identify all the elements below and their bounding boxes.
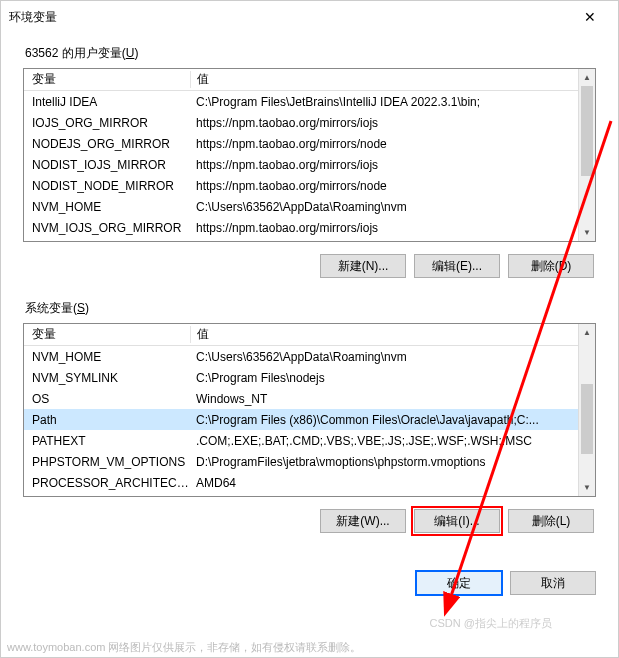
- system-edit-button[interactable]: 编辑(I)...: [414, 509, 500, 533]
- system-rows: NVM_HOMEC:\Users\63562\AppData\Roaming\n…: [24, 346, 595, 493]
- cell-variable: NVM_HOME: [24, 350, 190, 364]
- scroll-down-icon[interactable]: ▼: [579, 224, 595, 241]
- close-icon: ✕: [584, 9, 596, 25]
- system-variables-table[interactable]: 变量 值 NVM_HOMEC:\Users\63562\AppData\Roam…: [23, 323, 596, 497]
- cell-value: C:\Program Files (x86)\Common Files\Orac…: [190, 413, 595, 427]
- cell-value: .COM;.EXE;.BAT;.CMD;.VBS;.VBE;.JS;.JSE;.…: [190, 434, 595, 448]
- cell-variable: NODIST_IOJS_MIRROR: [24, 158, 190, 172]
- cell-variable: PHPSTORM_VM_OPTIONS: [24, 455, 190, 469]
- cell-value: Windows_NT: [190, 392, 595, 406]
- user-button-row: 新建(N)... 编辑(E)... 删除(D): [23, 242, 596, 286]
- table-row[interactable]: NODIST_NODE_MIRRORhttps://npm.taobao.org…: [24, 175, 595, 196]
- table-row[interactable]: OSWindows_NT: [24, 388, 595, 409]
- watermark-right: CSDN @指尖上的程序员: [430, 616, 552, 631]
- column-variable[interactable]: 变量: [24, 71, 190, 88]
- cell-value: https://npm.taobao.org/mirrors/node: [190, 179, 595, 193]
- system-new-button[interactable]: 新建(W)...: [320, 509, 406, 533]
- cell-value: https://npm.taobao.org/mirrors/iojs: [190, 158, 595, 172]
- cell-variable: IntelliJ IDEA: [24, 95, 190, 109]
- system-delete-button[interactable]: 删除(L): [508, 509, 594, 533]
- table-row[interactable]: PHPSTORM_VM_OPTIONSD:\ProgramFiles\jetbr…: [24, 451, 595, 472]
- cell-variable: Path: [24, 413, 190, 427]
- system-variables-group: 系统变量(S) 变量 值 NVM_HOMEC:\Users\63562\AppD…: [23, 300, 596, 541]
- cell-value: https://npm.taobao.org/mirrors/node: [190, 137, 595, 151]
- titlebar: 环境变量 ✕: [1, 1, 618, 33]
- table-row[interactable]: PROCESSOR_ARCHITECT...AMD64: [24, 472, 595, 493]
- close-button[interactable]: ✕: [570, 3, 610, 31]
- cell-value: D:\ProgramFiles\jetbra\vmoptions\phpstor…: [190, 455, 595, 469]
- user-variables-table[interactable]: 变量 值 IntelliJ IDEAC:\Program Files\JetBr…: [23, 68, 596, 242]
- table-row[interactable]: NVM_SYMLINKC:\Program Files\nodejs: [24, 367, 595, 388]
- cell-value: C:\Users\63562\AppData\Roaming\nvm: [190, 350, 595, 364]
- dialog-content: 63562 的用户变量(U) 变量 值 IntelliJ IDEAC:\Prog…: [1, 33, 618, 541]
- table-row[interactable]: IOJS_ORG_MIRRORhttps://npm.taobao.org/mi…: [24, 112, 595, 133]
- ok-button[interactable]: 确定: [416, 571, 502, 595]
- column-variable[interactable]: 变量: [24, 326, 190, 343]
- table-row[interactable]: NVM_HOMEC:\Users\63562\AppData\Roaming\n…: [24, 196, 595, 217]
- scroll-up-icon[interactable]: ▲: [579, 69, 595, 86]
- cell-value: C:\Program Files\nodejs: [190, 371, 595, 385]
- scroll-up-icon[interactable]: ▲: [579, 324, 595, 341]
- user-variables-group: 63562 的用户变量(U) 变量 值 IntelliJ IDEAC:\Prog…: [23, 45, 596, 286]
- scroll-thumb[interactable]: [581, 86, 593, 176]
- table-row[interactable]: NODEJS_ORG_MIRRORhttps://npm.taobao.org/…: [24, 133, 595, 154]
- table-header: 变量 值: [24, 324, 595, 346]
- table-row[interactable]: IntelliJ IDEAC:\Program Files\JetBrains\…: [24, 91, 595, 112]
- table-row[interactable]: NVM_HOMEC:\Users\63562\AppData\Roaming\n…: [24, 346, 595, 367]
- env-variables-dialog: 环境变量 ✕ 63562 的用户变量(U) 变量 值 IntelliJ IDEA…: [0, 0, 619, 658]
- footer-watermark: www.toymoban.com 网络图片仅供展示，非存储，如有侵权请联系删除。…: [7, 640, 612, 655]
- user-variables-label: 63562 的用户变量(U): [23, 45, 596, 62]
- cell-value: https://npm.taobao.org/mirrors/iojs: [190, 221, 595, 235]
- cell-value: AMD64: [190, 476, 595, 490]
- table-row[interactable]: PATHEXT.COM;.EXE;.BAT;.CMD;.VBS;.VBE;.JS…: [24, 430, 595, 451]
- system-variables-label: 系统变量(S): [23, 300, 596, 317]
- dialog-title: 环境变量: [9, 9, 570, 26]
- scroll-down-icon[interactable]: ▼: [579, 479, 595, 496]
- cancel-button[interactable]: 取消: [510, 571, 596, 595]
- cell-variable: IOJS_ORG_MIRROR: [24, 116, 190, 130]
- table-row[interactable]: PathC:\Program Files (x86)\Common Files\…: [24, 409, 595, 430]
- scrollbar[interactable]: ▲ ▼: [578, 324, 595, 496]
- cell-variable: NODEJS_ORG_MIRROR: [24, 137, 190, 151]
- cell-variable: NVM_SYMLINK: [24, 371, 190, 385]
- cell-value: C:\Program Files\JetBrains\IntelliJ IDEA…: [190, 95, 595, 109]
- column-value[interactable]: 值: [190, 326, 595, 343]
- user-edit-button[interactable]: 编辑(E)...: [414, 254, 500, 278]
- dialog-buttons: 确定 取消: [1, 555, 618, 607]
- column-value[interactable]: 值: [190, 71, 595, 88]
- scrollbar[interactable]: ▲ ▼: [578, 69, 595, 241]
- cell-variable: PATHEXT: [24, 434, 190, 448]
- user-rows: IntelliJ IDEAC:\Program Files\JetBrains\…: [24, 91, 595, 238]
- cell-value: https://npm.taobao.org/mirrors/iojs: [190, 116, 595, 130]
- table-row[interactable]: NVM_IOJS_ORG_MIRRORhttps://npm.taobao.or…: [24, 217, 595, 238]
- table-header: 变量 值: [24, 69, 595, 91]
- scroll-thumb[interactable]: [581, 384, 593, 454]
- user-delete-button[interactable]: 删除(D): [508, 254, 594, 278]
- user-new-button[interactable]: 新建(N)...: [320, 254, 406, 278]
- cell-variable: NVM_IOJS_ORG_MIRROR: [24, 221, 190, 235]
- cell-variable: OS: [24, 392, 190, 406]
- cell-value: C:\Users\63562\AppData\Roaming\nvm: [190, 200, 595, 214]
- cell-variable: NODIST_NODE_MIRROR: [24, 179, 190, 193]
- system-button-row: 新建(W)... 编辑(I)... 删除(L): [23, 497, 596, 541]
- table-row[interactable]: NODIST_IOJS_MIRRORhttps://npm.taobao.org…: [24, 154, 595, 175]
- cell-variable: NVM_HOME: [24, 200, 190, 214]
- watermark-left: www.toymoban.com 网络图片仅供展示，非存储，如有侵权请联系删除。: [7, 640, 361, 655]
- cell-variable: PROCESSOR_ARCHITECT...: [24, 476, 190, 490]
